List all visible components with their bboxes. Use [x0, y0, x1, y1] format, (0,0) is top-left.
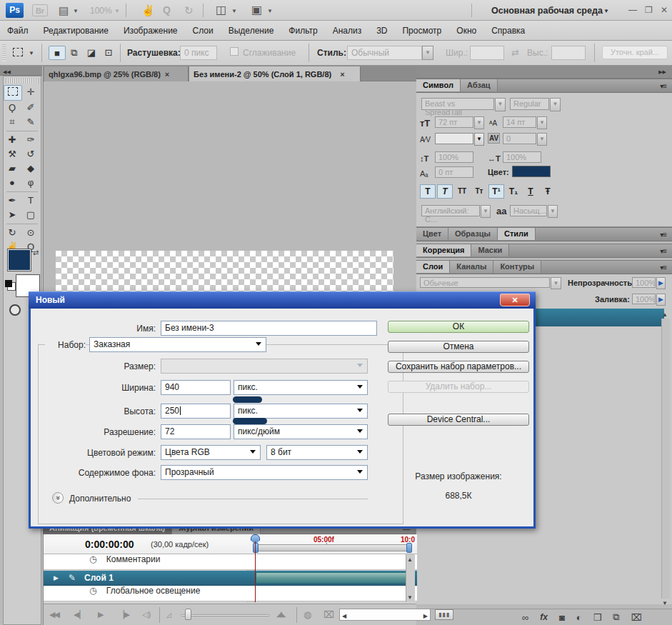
work-area-end-handle[interactable] [406, 543, 412, 553]
language-arrow[interactable]: ▼ [481, 205, 491, 218]
color-mode-dropdown[interactable]: Цвета RGB [161, 445, 261, 460]
antialias-dropdown[interactable]: Насыщ... [510, 205, 547, 216]
tab-paths[interactable]: Контуры [493, 261, 541, 273]
menu-layers[interactable]: Слои [193, 26, 214, 36]
text-color-swatch[interactable] [512, 166, 551, 177]
menu-filter[interactable]: Фильтр [289, 26, 317, 36]
baseline-shift-field[interactable]: 0 пт [435, 166, 473, 178]
zoom-level[interactable]: 100% [90, 6, 112, 16]
tool-type[interactable]: T [22, 194, 39, 208]
next-frame-button[interactable]: ▕▶ [118, 611, 130, 619]
color-panel-menu-icon[interactable]: ▾≡ [660, 231, 666, 239]
font-style-dropdown[interactable]: Regular [510, 98, 549, 110]
menu-edit[interactable]: Редактирование [44, 26, 109, 36]
delete-layer-icon[interactable]: ⌧ [631, 612, 642, 623]
track-row-global-lighting[interactable]: ◷ Глобальное освещение [44, 586, 417, 601]
layers-scroll-up-icon[interactable]: ▲ [662, 311, 668, 318]
zoom-tool-icon[interactable]: Q [163, 4, 171, 16]
character-panel-menu-icon[interactable]: ▾≡ [660, 82, 666, 90]
preset-dropdown[interactable]: Заказная [89, 337, 266, 352]
menu-image[interactable]: Изображение [124, 26, 178, 36]
layer-styles-icon[interactable]: fx [540, 612, 548, 622]
work-area-bar[interactable] [256, 544, 412, 551]
width-unit-dropdown[interactable]: пикс. [234, 380, 368, 395]
menu-help[interactable]: Справка [491, 26, 525, 36]
style-small-caps[interactable]: Tᴛ [471, 184, 487, 199]
font-size-arrow[interactable]: ▼ [474, 116, 484, 129]
link-layers-icon[interactable]: ∞ [522, 612, 528, 623]
timeline-hscrollbar[interactable]: ◀ ▶ [339, 609, 431, 621]
timeline-scroll-down-icon[interactable]: ▼ [407, 594, 413, 601]
doc-tab-1[interactable]: qhlgxa96.bmp @ 25% (RGB/8) × [44, 66, 189, 81]
tool-path-selection[interactable]: ➤ [4, 208, 21, 222]
stopwatch-icon[interactable]: ◷ [89, 554, 96, 564]
hscroll-left-icon[interactable]: ◀ [342, 613, 346, 619]
play-button[interactable]: ▶ [98, 611, 104, 619]
default-colors-icon[interactable] [5, 280, 12, 287]
blend-mode-dropdown[interactable]: Обычные [420, 277, 550, 288]
width-input[interactable] [470, 46, 504, 60]
layer1-duration-bar[interactable] [256, 572, 412, 584]
delete-preset-button[interactable]: Удалить набор... [388, 381, 529, 393]
size-dropdown[interactable] [161, 359, 368, 374]
screen-mode-dropdown-arrow[interactable]: ▼ [267, 8, 273, 14]
ok-button[interactable]: ОК [388, 321, 529, 333]
work-area-start-handle[interactable] [253, 543, 259, 553]
tab-channels[interactable]: Каналы [450, 261, 493, 273]
dialog-title-bar[interactable]: Новый ✕ [29, 291, 536, 309]
tab-styles[interactable]: Стили [498, 228, 536, 240]
height-unit-dropdown[interactable]: пикс. [234, 404, 368, 419]
opacity-field[interactable]: 100% [632, 277, 656, 288]
tool-preset-arrow[interactable]: ▼ [29, 50, 34, 56]
prev-frame-button[interactable]: ◀▏ [74, 611, 86, 619]
swap-colors-icon[interactable]: ⇄ [33, 249, 39, 256]
doc-tab-2-close-icon[interactable]: × [340, 70, 344, 79]
tracking-dropdown[interactable]: 0 [503, 133, 536, 144]
maximize-button[interactable]: ❐ [645, 6, 653, 14]
foreground-color-swatch[interactable] [7, 249, 31, 271]
tool-brush[interactable]: ✑ [22, 133, 39, 147]
timeline-zoom-slider-thumb[interactable] [185, 609, 191, 620]
height-input[interactable] [551, 46, 586, 60]
timeline-options-button[interactable]: ▮▮▮ [435, 609, 453, 620]
layers-panel-menu-icon[interactable]: ▾≡ [660, 264, 666, 271]
selection-mode-intersect[interactable]: ⊡ [100, 46, 117, 60]
hscroll-right-icon[interactable]: ▶ [423, 613, 428, 619]
menu-analysis[interactable]: Анализ [333, 26, 362, 36]
style-dropdown-arrow[interactable]: ▼ [422, 46, 433, 60]
blend-mode-arrow[interactable]: ▼ [551, 277, 561, 289]
height-input[interactable]: 250 [161, 404, 231, 419]
style-faux-bold[interactable]: T [420, 184, 436, 199]
tool-3d-rotate[interactable]: ↻ [4, 226, 21, 240]
workspace-dropdown-arrow[interactable]: ▼ [603, 8, 609, 14]
save-preset-button[interactable]: Сохранить набор параметров... [388, 361, 529, 373]
fill-slider-arrow[interactable]: ▶ [656, 294, 666, 306]
antialias-checkbox[interactable] [230, 47, 239, 56]
menu-3d[interactable]: 3D [376, 26, 387, 36]
antialias-arrow[interactable]: ▼ [548, 205, 558, 218]
selection-mode-new[interactable]: ■ [49, 46, 66, 60]
language-dropdown[interactable]: Английский: С... [421, 205, 480, 216]
hand-icon[interactable]: ✌ [141, 4, 155, 17]
opacity-slider-arrow[interactable]: ▶ [656, 277, 666, 289]
resolution-input[interactable]: 72 [161, 424, 231, 439]
tracking-arrow[interactable]: ▼ [537, 133, 547, 146]
leading-dropdown[interactable]: 14 пт [503, 116, 536, 128]
feather-input[interactable]: 0 пикс [180, 46, 217, 60]
tool-preset-icon[interactable] [13, 48, 23, 59]
tool-3d-orbit[interactable]: ⊙ [22, 226, 39, 240]
track-row-comments[interactable]: ◷ Комментарии [44, 554, 417, 570]
tool-rectangular-marquee[interactable] [4, 85, 22, 101]
style-subscript[interactable]: T₁ [506, 184, 521, 199]
selection-mode-subtract[interactable]: ◪ [83, 46, 100, 60]
new-layer-icon[interactable]: ⧉ [613, 611, 619, 623]
options-grip[interactable] [2, 44, 6, 61]
filmstrip-dropdown-arrow[interactable]: ▼ [73, 8, 79, 14]
font-size-dropdown[interactable]: 72 пт [435, 116, 473, 128]
tool-lasso[interactable]: Ϙ [4, 101, 21, 115]
layers-scrollbar[interactable] [661, 319, 670, 599]
tool-history-brush[interactable]: ↺ [22, 147, 39, 161]
dialog-close-button[interactable]: ✕ [500, 294, 530, 306]
filmstrip-icon[interactable]: ▤ [59, 5, 69, 16]
style-all-caps[interactable]: TT [454, 184, 470, 199]
